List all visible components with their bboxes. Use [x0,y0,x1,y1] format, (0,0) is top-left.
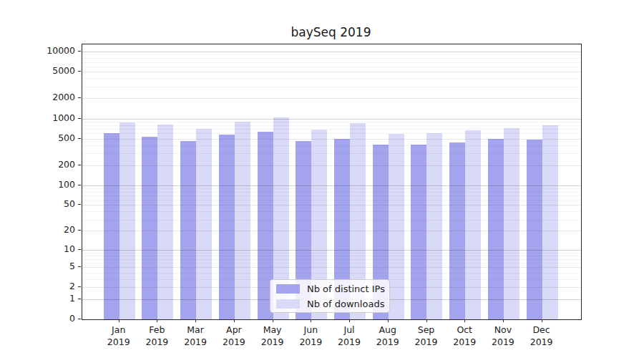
y-tick-2000 [78,97,81,98]
gridline-70 [82,195,581,196]
y-tick-5 [78,266,81,267]
y-tick-label-10: 10 [9,243,75,255]
x-tick-jun [311,319,311,322]
x-tick-label-mar: Mar2019 [174,324,217,348]
gridline-7000 [82,62,581,63]
gridline-8000 [82,58,581,59]
gridline-500 [82,139,581,140]
y-tick-2 [78,286,81,287]
legend: Nb of distinct IPs Nb of downloads [270,279,390,313]
chart-title: baySeq 2019 [82,25,580,41]
y-tick-500 [78,138,81,139]
x-tick-dec [542,319,542,322]
gridline-90 [82,188,581,189]
x-tick-label-jan: Jan2019 [97,324,140,348]
gridline-9000 [82,54,581,55]
y-tick-label-5: 5 [9,261,75,272]
gridline-7 [82,259,581,260]
gridline-5000 [82,72,581,72]
y-tick-label-10000: 10000 [9,45,75,57]
x-tick-label-nov: Nov2019 [482,324,525,348]
legend-item-distinct-ips: Nb of distinct IPs [270,283,389,295]
gridline-9 [82,253,581,253]
x-tick-label-aug: Aug2019 [366,324,409,348]
gridline-80 [82,192,581,193]
gridline-8 [82,256,581,256]
legend-item-downloads: Nb of downloads [270,298,389,310]
y-tick-label-50: 50 [9,198,75,210]
gridline-3000 [82,87,581,87]
x-tick-label-jun: Jun2019 [289,324,332,348]
plot-area: Nb of distinct IPs Nb of downloads [82,44,582,320]
gridline-30 [82,220,581,221]
y-tick-label-1: 1 [9,293,75,304]
x-tick-jan [119,319,119,322]
x-tick-nov [503,319,504,322]
y-tick-label-500: 500 [9,132,75,144]
y-tick-20 [78,230,81,231]
gridline-4 [82,273,581,274]
x-tick-label-dec: Dec2019 [520,324,563,348]
gridline-900 [82,122,581,122]
y-tick-1 [78,299,81,299]
gridline-10 [82,250,581,251]
x-tick-label-apr: Apr2019 [213,324,255,348]
legend-label-distinct-ips: Nb of distinct IPs [307,284,385,294]
x-tick-label-oct: Oct2019 [443,324,486,348]
gridline-60 [82,200,581,200]
x-tick-feb [157,319,157,322]
x-tick-jul [349,319,350,322]
x-tick-sep [426,319,427,322]
gridline-100 [82,185,581,186]
legend-label-downloads: Nb of downloads [307,299,384,309]
x-tick-apr [234,319,235,322]
gridline-6 [82,263,581,263]
x-tick-may [273,319,273,322]
y-tick-label-1000: 1000 [9,112,75,124]
x-tick-label-feb: Feb2019 [135,324,178,348]
y-tick-10000 [78,51,81,52]
gridline-400 [82,145,581,146]
gridline-800 [82,125,581,126]
y-tick-50 [78,204,81,205]
y-tick-label-5000: 5000 [9,65,75,77]
x-tick-aug [388,319,389,322]
gridline-300 [82,153,581,154]
gridline-10000 [82,52,581,52]
gridline-600 [82,133,581,134]
grid-layer [82,44,581,319]
y-tick-label-2: 2 [9,281,75,292]
legend-swatch-distinct-ips-icon [276,284,300,294]
x-tick-label-may: May2019 [251,324,294,348]
gridline-1000 [82,119,581,120]
y-tick-label-100: 100 [9,179,75,190]
y-tick-label-20: 20 [9,224,75,236]
chart-figure: baySeq 2019 Nb of distinct IPs Nb of dow… [0,0,644,358]
y-tick-200 [78,165,81,165]
gridline-5 [82,267,581,268]
x-tick-oct [464,319,465,322]
gridline-50 [82,205,581,205]
y-tick-0 [78,319,81,319]
gridline-700 [82,129,581,130]
y-tick-5000 [78,71,81,72]
gridline-20 [82,231,581,231]
x-tick-mar [195,319,196,322]
y-tick-label-2000: 2000 [9,92,75,103]
y-tick-100 [78,185,81,185]
gridline-200 [82,165,581,166]
y-tick-label-200: 200 [9,159,75,170]
gridline-2000 [82,98,581,99]
legend-swatch-downloads-icon [276,299,300,309]
gridline-6000 [82,67,581,67]
y-tick-10 [78,249,81,250]
gridline-40 [82,211,581,212]
x-tick-label-sep: Sep2019 [405,324,448,348]
gridline-4000 [82,78,581,79]
x-tick-label-jul: Jul2019 [328,324,371,348]
y-tick-label-0: 0 [9,313,75,324]
y-tick-1000 [78,118,81,119]
